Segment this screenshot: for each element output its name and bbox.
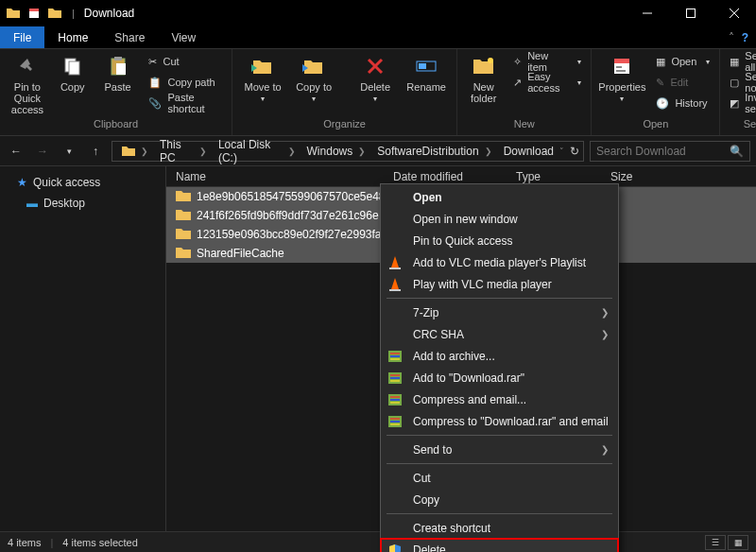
ctx-vlc-playlist[interactable]: Add to VLC media player's Playlist [381, 251, 618, 273]
breadcrumb-item[interactable]: SoftwareDistribution❯ [371, 145, 497, 158]
sidebar-desktop[interactable]: ▬ Desktop [0, 193, 165, 214]
pin-quick-access-button[interactable]: Pin to Quick access [6, 51, 49, 117]
winrar-icon [387, 349, 404, 364]
breadcrumb-item[interactable]: Windows❯ [301, 145, 372, 158]
delete-x-icon [362, 53, 388, 79]
move-to-button[interactable]: Move to▾ [238, 51, 287, 105]
separator [387, 435, 612, 436]
tab-share[interactable]: Share [101, 26, 158, 48]
select-all-button[interactable]: ▦Select all [726, 51, 756, 72]
ctx-add-archive[interactable]: Add to archive... [381, 345, 618, 367]
invert-icon: ◩ [730, 97, 739, 110]
pasteshortcut-icon: 📎 [148, 97, 162, 110]
cut-button[interactable]: ✂Cut [145, 51, 226, 72]
ctx-create-shortcut[interactable]: Create shortcut [381, 517, 618, 539]
minimize-button[interactable] [626, 0, 669, 26]
maximize-button[interactable] [669, 0, 713, 26]
paste-icon [105, 53, 131, 79]
navigation-pane[interactable]: ★ Quick access ▬ Desktop [0, 166, 166, 531]
new-item-button[interactable]: ✧New item▾ [509, 51, 585, 72]
ctx-vlc-play[interactable]: Play with VLC media player [381, 273, 618, 295]
file-name: 123159e0963bcc89e02f9f27e2993fa [197, 228, 382, 241]
separator [387, 463, 612, 464]
copy-to-button[interactable]: Copy to▾ [289, 51, 338, 105]
svg-rect-18 [616, 66, 622, 68]
qat-newfolder-icon[interactable] [47, 6, 62, 21]
breadcrumb[interactable]: ❯ This PC❯ Local Disk (C:)❯ Windows❯ Sof… [112, 141, 584, 162]
star-icon: ★ [17, 176, 27, 189]
content-area: ★ Quick access ▬ Desktop Name Date modif… [0, 166, 756, 531]
ribbon-collapse-icon[interactable]: ˄ [729, 31, 734, 44]
ribbon-group-select: ▦Select all ▢Select none ◩Invert selecti… [720, 49, 756, 135]
ctx-pin-quick-access[interactable]: Pin to Quick access [381, 230, 618, 251]
copy-path-button[interactable]: 📋Copy path [145, 72, 226, 93]
vlc-icon [387, 255, 404, 270]
search-placeholder: Search Download [596, 145, 686, 158]
address-dropdown-icon[interactable]: ˅ [559, 147, 564, 156]
file-name: 1e8e9b065185475599067570ce5e48 [197, 190, 386, 203]
column-type[interactable]: Type [507, 170, 601, 183]
search-input[interactable]: Search Download 🔍 [590, 141, 750, 162]
ctx-crc-sha[interactable]: CRC SHA❯ [381, 323, 618, 345]
paste-button[interactable]: Paste [96, 51, 140, 95]
breadcrumb-item[interactable]: Download [498, 145, 559, 158]
breadcrumb-root-icon[interactable]: ❯ [116, 146, 154, 157]
view-details-button[interactable]: ☰ [705, 535, 726, 550]
file-name: 241f6f265fd9b6ff9ddf73d7e261c96e [197, 209, 379, 222]
status-divider: | [50, 537, 53, 548]
selectall-icon: ▦ [730, 56, 739, 68]
svg-rect-24 [390, 355, 400, 357]
qat-properties-icon[interactable] [26, 6, 42, 21]
ctx-copy[interactable]: Copy [381, 489, 618, 510]
title-bar: | Download [0, 0, 756, 26]
ctx-open-new-window[interactable]: Open in new window [381, 208, 618, 230]
view-large-button[interactable]: ▦ [728, 535, 748, 550]
easy-access-button[interactable]: ↗Easy access▾ [509, 72, 585, 93]
sidebar-quick-access[interactable]: ★ Quick access [0, 172, 165, 193]
column-date[interactable]: Date modified [384, 170, 507, 183]
ctx-send-to[interactable]: Send to❯ [381, 439, 618, 460]
tab-view[interactable]: View [158, 26, 209, 48]
invert-selection-button[interactable]: ◩Invert selection [726, 93, 756, 113]
svg-rect-27 [390, 374, 400, 376]
svg-rect-23 [390, 353, 400, 354]
copy-button[interactable]: Copy [51, 51, 94, 95]
vlc-icon [387, 277, 404, 292]
delete-button[interactable]: Delete▾ [351, 51, 400, 105]
ctx-add-rar[interactable]: Add to "Download.rar" [381, 367, 618, 388]
up-button[interactable]: ↑ [85, 141, 106, 162]
copypath-icon: 📋 [148, 77, 162, 89]
status-selected-count: 4 items selected [62, 537, 137, 548]
tab-home[interactable]: Home [44, 26, 101, 48]
tab-file[interactable]: File [0, 26, 44, 48]
ctx-compress-email[interactable]: Compress and email... [381, 388, 618, 410]
column-size[interactable]: Size [601, 170, 677, 183]
help-icon[interactable]: ? [742, 31, 748, 44]
history-button[interactable]: 🕑History [652, 93, 713, 113]
refresh-icon[interactable]: ↻ [570, 145, 579, 158]
file-name: SharedFileCache [197, 247, 284, 260]
new-folder-button[interactable]: New folder [463, 51, 504, 106]
submenu-arrow-icon: ❯ [601, 307, 609, 318]
close-button[interactable] [713, 0, 756, 26]
breadcrumb-item[interactable]: Local Disk (C:)❯ [213, 138, 301, 164]
column-name[interactable]: Name [166, 170, 384, 183]
ctx-7zip[interactable]: 7-Zip❯ [381, 302, 618, 323]
back-button[interactable]: ← [6, 141, 26, 162]
properties-button[interactable]: Properties▾ [597, 51, 646, 105]
ctx-cut[interactable]: Cut [381, 467, 618, 489]
svg-rect-31 [390, 396, 400, 398]
edit-button: ✎Edit [652, 72, 713, 93]
ctx-compress-rar-email[interactable]: Compress to "Download.rar" and email [381, 410, 618, 432]
shield-icon [387, 543, 404, 553]
breadcrumb-item[interactable]: This PC❯ [154, 138, 213, 164]
recent-dropdown[interactable]: ▾ [59, 141, 79, 162]
ctx-delete[interactable]: Delete [381, 539, 618, 552]
select-none-button[interactable]: ▢Select none [726, 72, 756, 93]
cut-icon: ✂ [148, 56, 157, 68]
svg-rect-37 [390, 423, 400, 425]
ctx-open[interactable]: Open [381, 186, 618, 208]
rename-button[interactable]: Rename [402, 51, 451, 95]
open-button[interactable]: ▦Open▾ [652, 51, 713, 72]
paste-shortcut-button[interactable]: 📎Paste shortcut [145, 93, 226, 113]
